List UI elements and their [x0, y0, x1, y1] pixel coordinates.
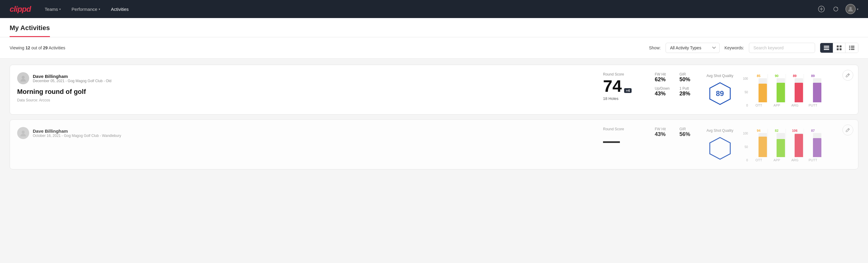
fw-hit-label: FW Hit [655, 127, 672, 131]
score-diff-badge: +4 [624, 88, 631, 93]
user-info: Dave Billingham October 16, 2021 - Gog M… [33, 128, 121, 138]
nav-performance[interactable]: Performance ▾ [67, 4, 104, 14]
svg-rect-5 [824, 48, 829, 49]
avg-shot-quality-label: Avg Shot Quality [707, 74, 733, 78]
svg-point-20 [22, 130, 25, 134]
bar-chart-x-axis: OTT APP ARG PUTT [750, 158, 822, 162]
view-toggles [820, 43, 858, 53]
user-menu-button[interactable]: ▾ [845, 4, 858, 14]
avatar [845, 4, 856, 14]
svg-rect-14 [851, 48, 855, 49]
fw-hit-value: 43% [655, 131, 672, 138]
svg-line-19 [848, 74, 849, 75]
activity-card: Dave Billingham October 16, 2021 - Gog M… [10, 119, 858, 169]
viewing-count: 12 [26, 46, 30, 50]
add-activity-button[interactable] [816, 4, 826, 14]
bar-value: 89 [811, 74, 815, 78]
bar-chart: 94 82 106 87 [750, 127, 822, 157]
user-info: Dave Billingham December 05, 2021 - Gog … [33, 74, 111, 83]
gir-value: 50% [679, 77, 697, 83]
svg-rect-9 [837, 49, 839, 51]
list-full-view-button[interactable] [845, 43, 858, 53]
oneputt-value: 28% [679, 91, 697, 97]
bar-group: 82 [768, 129, 786, 157]
user-name: Dave Billingham [33, 74, 111, 79]
bar-x-label: OTT [750, 158, 768, 162]
bar-x-label: PUTT [804, 158, 822, 162]
gir-label: GIR [679, 127, 697, 131]
keyword-search-input[interactable] [749, 43, 815, 53]
bar-value: 87 [811, 129, 815, 133]
mini-stats: FW Hit 62% GIR 50% Up/Down 43% 1 Putt 28… [655, 72, 697, 97]
svg-point-3 [849, 7, 852, 9]
page-title: My Activities [10, 24, 50, 32]
round-score-row: 74 +4 [603, 78, 645, 94]
bar-x-label: OTT [750, 104, 768, 107]
bar-group: 89 [786, 74, 804, 102]
mini-stats: FW Hit 43% GIR 56% [655, 127, 697, 141]
bar-value: 106 [792, 129, 797, 133]
bar-chart: 85 90 89 89 [750, 72, 822, 102]
refresh-button[interactable] [831, 4, 841, 14]
hexagon-value: 89 [716, 89, 724, 98]
updown-stat: Up/Down 43% [655, 86, 672, 97]
grid-view-button[interactable] [833, 43, 845, 53]
user-menu-chevron-icon: ▾ [857, 7, 858, 11]
hexagon-wrap [707, 136, 733, 160]
shot-quality-section: Avg Shot Quality 89 100 50 0 [707, 72, 851, 107]
shot-quality-wrap: Avg Shot Quality 89 [707, 74, 733, 106]
fw-hit-stat: FW Hit 43% [655, 127, 672, 138]
performance-chevron-icon: ▾ [99, 7, 100, 11]
bar-group: 87 [804, 129, 822, 157]
svg-rect-7 [837, 46, 839, 48]
svg-rect-8 [840, 46, 842, 48]
viewing-total: 29 [43, 46, 48, 50]
y-label-100: 100 [743, 132, 748, 135]
bar-x-label: PUTT [804, 104, 822, 107]
nav-teams[interactable]: Teams ▾ [40, 4, 65, 14]
bar-chart-y-axis: 100 50 0 [743, 77, 748, 107]
keywords-label: Keywords: [724, 46, 744, 50]
nav-activities[interactable]: Activities [107, 4, 133, 14]
bar-chart-container: 100 50 0 85 90 [743, 72, 822, 107]
avatar [17, 72, 29, 84]
avatar [17, 127, 29, 139]
fw-hit-stat: FW Hit 62% [655, 72, 672, 83]
card-left: Dave Billingham December 05, 2021 - Gog … [17, 72, 593, 102]
oneputt-label: 1 Putt [679, 86, 697, 91]
svg-point-17 [22, 76, 25, 79]
gir-value: 56% [679, 131, 697, 138]
bar-group: 94 [750, 129, 768, 157]
svg-rect-6 [824, 49, 829, 50]
bar-x-label: APP [768, 158, 786, 162]
logo: clippd [10, 4, 31, 14]
gir-stat: GIR 50% [679, 72, 697, 83]
bar-x-label: ARG [786, 158, 804, 162]
bar-group: 106 [786, 129, 804, 157]
list-compact-view-button[interactable] [820, 43, 833, 53]
gir-label: GIR [679, 72, 697, 77]
user-date: December 05, 2021 - Gog Magog Golf Club … [33, 79, 111, 83]
hexagon-wrap: 89 [707, 82, 733, 106]
shot-quality-wrap: Avg Shot Quality [707, 128, 733, 160]
svg-rect-13 [849, 48, 850, 49]
y-label-50: 50 [743, 145, 748, 149]
svg-rect-15 [849, 49, 850, 50]
bar-chart-container: 100 50 0 94 82 [743, 127, 822, 162]
edit-activity-button[interactable] [842, 70, 853, 81]
round-score-row: — [603, 133, 645, 149]
bar-chart-x-axis: OTT APP ARG PUTT [750, 104, 822, 107]
nav-right: ▾ [816, 4, 858, 14]
navbar: clippd Teams ▾ Performance ▾ Activities [0, 0, 868, 18]
y-label-0: 0 [743, 158, 748, 162]
bar-value: 82 [775, 129, 778, 133]
svg-rect-10 [840, 49, 842, 51]
activity-type-select[interactable]: All Activity Types [665, 43, 720, 53]
fw-hit-value: 62% [655, 77, 672, 83]
bar-group: 89 [804, 74, 822, 102]
bar-value: 85 [757, 74, 760, 78]
edit-activity-button[interactable] [842, 124, 853, 136]
bar-group: 90 [768, 74, 786, 102]
bar-value: 89 [793, 74, 797, 78]
y-label-100: 100 [743, 77, 748, 80]
